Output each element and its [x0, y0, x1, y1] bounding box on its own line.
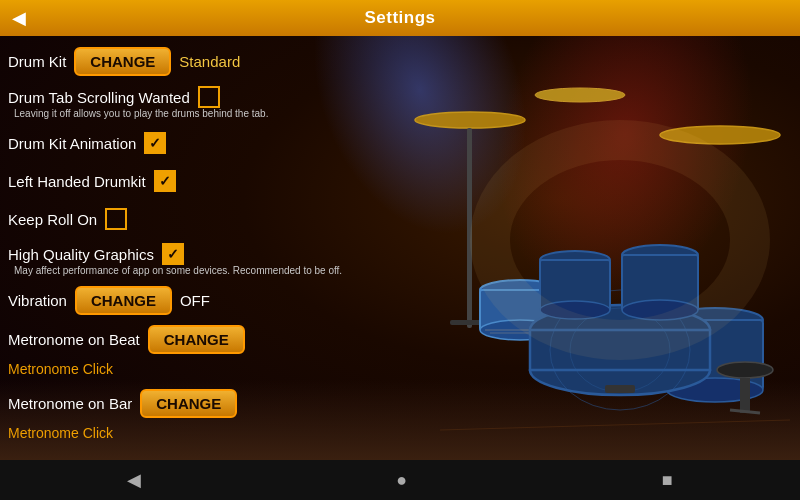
drum-kit-row: Drum Kit CHANGE Standard — [8, 42, 382, 81]
metronome-beat-row: Metronome on Beat CHANGE — [8, 320, 382, 359]
svg-line-26 — [730, 410, 760, 413]
metronome-bar-row: Metronome on Bar CHANGE — [8, 384, 382, 423]
nav-home-icon: ● — [396, 470, 407, 491]
drum-kit-value: Standard — [179, 53, 240, 70]
left-handed-checkbox[interactable] — [154, 170, 176, 192]
high-quality-graphics-checkbox[interactable] — [162, 243, 184, 265]
high-quality-graphics-label: High Quality Graphics — [8, 246, 154, 263]
drum-kit-svg — [410, 40, 790, 450]
drum-kit-visual — [410, 40, 790, 450]
svg-rect-25 — [740, 378, 750, 413]
metronome-beat-label: Metronome on Beat — [8, 331, 140, 348]
nav-square-button[interactable]: ■ — [642, 466, 693, 495]
drum-tab-scrolling-hint: Leaving it off allows you to play the dr… — [14, 108, 268, 119]
nav-square-icon: ■ — [662, 470, 673, 491]
drum-kit-change-button[interactable]: CHANGE — [74, 47, 171, 76]
left-handed-row: Left Handed Drumkit — [8, 162, 382, 200]
drum-kit-animation-checkbox[interactable] — [144, 132, 166, 154]
high-quality-graphics-hint: May affect performance of app on some de… — [14, 265, 342, 276]
nav-back-icon: ◀ — [127, 469, 141, 491]
page-title: Settings — [364, 8, 435, 28]
metronome-beat-change-button[interactable]: CHANGE — [148, 325, 245, 354]
vibration-value: OFF — [180, 292, 210, 309]
back-icon: ◀ — [12, 7, 26, 29]
vibration-label: Vibration — [8, 292, 67, 309]
metronome-bar-change-button[interactable]: CHANGE — [140, 389, 237, 418]
drum-kit-label: Drum Kit — [8, 53, 66, 70]
drum-kit-animation-row: Drum Kit Animation — [8, 124, 382, 162]
metronome-bar-link[interactable]: Metronome Click — [8, 423, 113, 443]
vibration-row: Vibration CHANGE OFF — [8, 281, 382, 320]
svg-point-24 — [717, 362, 773, 378]
drum-tab-scrolling-row: Drum Tab Scrolling Wanted Leaving it off… — [8, 81, 382, 124]
keep-roll-on-row: Keep Roll On — [8, 200, 382, 238]
drum-tab-scrolling-checkbox[interactable] — [198, 86, 220, 108]
left-handed-label: Left Handed Drumkit — [8, 173, 146, 190]
svg-point-2 — [535, 88, 625, 102]
settings-panel: Drum Kit CHANGE Standard Drum Tab Scroll… — [0, 36, 390, 460]
svg-line-28 — [440, 420, 790, 430]
nav-back-button[interactable]: ◀ — [107, 465, 161, 495]
nav-home-button[interactable]: ● — [376, 466, 427, 495]
metronome-beat-link[interactable]: Metronome Click — [8, 359, 113, 379]
metronome-bar-link-row: Metronome Click — [8, 423, 382, 448]
keep-roll-on-label: Keep Roll On — [8, 211, 97, 228]
vibration-change-button[interactable]: CHANGE — [75, 286, 172, 315]
keep-roll-on-checkbox[interactable] — [105, 208, 127, 230]
drum-tab-scrolling-label: Drum Tab Scrolling Wanted — [8, 89, 190, 106]
svg-rect-27 — [605, 385, 635, 393]
bottom-nav: ◀ ● ■ — [0, 460, 800, 500]
high-quality-graphics-row: High Quality Graphics May affect perform… — [8, 238, 382, 281]
svg-point-0 — [415, 112, 525, 128]
top-bar: ◀ Settings — [0, 0, 800, 36]
metronome-bar-label: Metronome on Bar — [8, 395, 132, 412]
drum-kit-animation-label: Drum Kit Animation — [8, 135, 136, 152]
back-button[interactable]: ◀ — [12, 7, 26, 29]
metronome-beat-link-row: Metronome Click — [8, 359, 382, 384]
